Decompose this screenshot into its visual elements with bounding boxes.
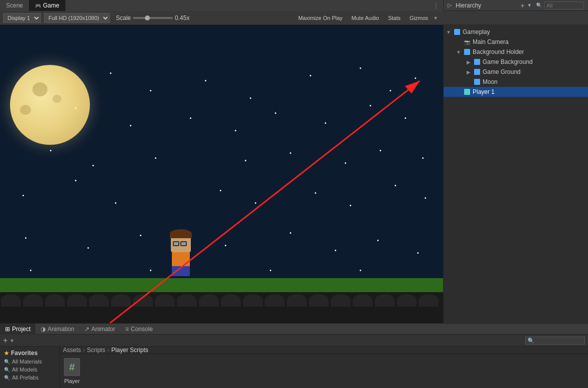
dirt-bump [45,294,65,307]
tab-project[interactable]: ⊞ Project [0,324,35,335]
star [255,202,256,204]
game-bg-icon [474,58,481,65]
game-toolbar: Display 1 Full HD (1920x1080) Scale 0.45… [0,11,588,25]
tree-item-moon[interactable]: Moon [444,77,588,87]
dirt-bump [1,294,21,307]
dirt-bump [221,294,241,307]
dirt-bump [419,294,439,307]
maximize-on-play-button[interactable]: Maximize On Play [295,14,346,22]
tab-scene[interactable]: Scene [0,0,29,11]
dirt-bump [199,294,219,307]
tree-item-background-holder[interactable]: ▼ Background Holder [444,47,588,57]
tree-label-game-background: Game Background [483,58,533,65]
dirt-bump [243,294,263,307]
hierarchy-title: Hierarchy [456,2,481,9]
star [205,80,206,81]
file-item-player[interactable]: # Player [64,358,80,384]
bottom-search-input[interactable] [525,337,585,345]
star [275,112,276,114]
tab-animation[interactable]: ◑ Animation [35,324,79,335]
hierarchy-add-button[interactable]: + [519,1,526,9]
star [25,237,26,239]
gameplay-icon [454,28,461,35]
tree-label-main-camera: Main Camera [473,38,509,45]
character-head [171,234,191,252]
breadcrumb-player-scripts[interactable]: Player Scripts [111,347,148,354]
bottom-panel: ⊞ Project ◑ Animation ↗ Animator ≡ Conso… [0,323,588,388]
tree-item-game-background[interactable]: ▶ Game Background [444,57,588,67]
tree-item-player1[interactable]: Player 1 [444,87,588,97]
search-icon-models: 🔍 [4,367,10,373]
bottom-add-button[interactable]: + [3,336,7,345]
tree-label-background-holder: Background Holder [473,48,524,55]
glass-frame-left [173,241,179,246]
fav-all-prefabs[interactable]: 🔍 All Prefabs [0,374,59,382]
gizmos-dropdown-icon[interactable]: ▾ [434,14,437,21]
star [75,107,76,109]
breadcrumb-sep-2: › [107,347,109,354]
camera-icon: 📷 [464,38,471,45]
resolution-select[interactable]: Full HD (1920x1080) [44,13,110,23]
hierarchy-panel: ▼ Gameplay 📷 Main Camera ▼ Background Ho… [443,25,588,323]
dirt-bump [397,294,417,307]
tab-animator[interactable]: ↗ Animator [79,324,120,335]
dirt-bump [177,294,197,307]
character-glasses [173,241,187,246]
dirt-bump [155,294,175,307]
dirt-bump [89,294,109,307]
search-icon-prefabs: 🔍 [4,375,10,381]
dirt-bump [111,294,131,307]
character-hair [170,229,192,238]
bottom-tab-bar: ⊞ Project ◑ Animation ↗ Animator ≡ Conso… [0,324,588,335]
dirt-bump [265,294,285,307]
star [290,152,291,154]
hierarchy-expand-icon: ▷ [448,2,452,8]
star [50,150,51,151]
moon-crater-2 [20,105,31,115]
hierarchy-dropdown-icon[interactable]: ▾ [528,2,531,8]
game-view [0,25,443,323]
scale-slider[interactable] [133,17,173,19]
file-browser: Assets › Scripts › Player Scripts # Play… [60,347,588,388]
stats-button[interactable]: Stats [385,14,404,22]
star [22,195,24,196]
game-tab-label: Game [43,2,59,9]
moon-crater-3 [52,95,61,103]
gizmos-button[interactable]: Gizmos [407,14,431,22]
star [377,240,379,241]
tab-game[interactable]: 🎮 Game [29,0,65,11]
moon-object [10,65,90,145]
fav-all-models[interactable]: 🔍 All Models [0,366,59,374]
bottom-dropdown-icon[interactable]: ▾ [10,337,13,344]
moon-icon [474,78,481,85]
main-area: ▼ Gameplay 📷 Main Camera ▼ Background Ho… [0,25,588,323]
breadcrumb-scripts[interactable]: Scripts [87,347,105,354]
top-tab-bar: Scene 🎮 Game ⋮ ▷ Hierarchy + ▾ 🔍 [0,0,588,11]
animator-tab-icon: ↗ [84,326,89,333]
moon-crater-1 [32,82,47,96]
tree-item-gameplay[interactable]: ▼ Gameplay [444,27,588,37]
tree-item-main-camera[interactable]: 📷 Main Camera [444,37,588,47]
bottom-toolbar: + ▾ [0,335,588,347]
tab-more-button[interactable]: ⋮ [429,2,443,9]
breadcrumb-assets[interactable]: Assets [63,347,81,354]
star-icon: ★ [4,350,9,357]
fav-all-materials[interactable]: 🔍 All Materials [0,358,59,366]
star [345,162,346,164]
tab-console[interactable]: ≡ Console [120,324,158,335]
dirt-bump [375,294,395,307]
hierarchy-search-input[interactable] [544,1,584,9]
display-select[interactable]: Display 1 [3,13,41,23]
dirt-bump [23,294,43,307]
star [92,165,94,166]
star [335,250,336,251]
star [360,67,361,69]
tree-item-game-ground[interactable]: ▶ Game Ground [444,67,588,77]
mute-audio-button[interactable]: Mute Audio [349,14,382,22]
scale-thumb [145,15,150,20]
star [75,180,76,181]
file-icon-symbol: # [69,362,74,373]
star [315,192,316,194]
star [310,75,311,76]
star [325,122,326,124]
